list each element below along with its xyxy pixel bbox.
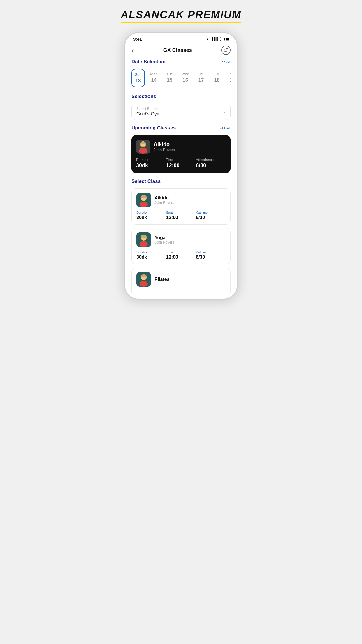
- class-avatar: [136, 232, 151, 247]
- svg-point-9: [140, 241, 148, 247]
- date-number: 19: [230, 77, 231, 83]
- list-stat-col: Duration 30dk: [136, 211, 166, 220]
- date-day-label: Fri: [215, 72, 219, 76]
- status-time: 9:41: [133, 36, 142, 41]
- class-avatar: [136, 272, 151, 287]
- class-name: Pilates: [154, 277, 170, 282]
- list-stat-value: 12:00: [166, 215, 196, 220]
- list-item[interactable]: Yoga John Rovers Duration 30dk Time 12:0…: [131, 228, 231, 264]
- class-info: Yoga John Rovers: [154, 235, 174, 244]
- list-stat-col: Duration 30dk: [136, 251, 166, 260]
- date-day-label: Sun: [135, 72, 141, 77]
- brand-underline: [121, 22, 241, 23]
- class-list-stats: Duration 30dk Saat 12:00 Katılımcı 6/30: [136, 211, 226, 220]
- stat-col: Duration 30dk: [136, 158, 166, 169]
- date-day-label: Wed: [182, 72, 189, 76]
- date-section-header: Date Selection See All: [131, 59, 231, 65]
- date-item[interactable]: Wed 16: [179, 69, 192, 87]
- class-info: Aikido John Rovers: [154, 195, 174, 205]
- list-stat-value: 30dk: [136, 215, 166, 220]
- status-bar: 9:41 ▲ ▐▐▐ ⬡ ▮▮▮: [125, 33, 237, 43]
- list-stat-value: 12:00: [166, 255, 196, 260]
- date-item[interactable]: Sun 13: [131, 69, 145, 87]
- class-list: Aikido John Rovers Duration 30dk Saat 12…: [131, 188, 231, 293]
- nav-bar: ‹ GX Classes ↺: [131, 43, 231, 59]
- date-number: 15: [167, 77, 173, 83]
- upcoming-class-name: Aikido: [154, 141, 175, 148]
- date-item[interactable]: Tue 15: [163, 69, 176, 87]
- wifi-icon: ⬡: [219, 37, 222, 41]
- date-see-all[interactable]: See All: [219, 60, 231, 64]
- date-number: 17: [198, 77, 204, 83]
- brand-title: ALSANCAK PREMIUM: [121, 9, 241, 21]
- selections-title: Selections: [131, 94, 156, 99]
- date-number: 13: [136, 78, 141, 84]
- phone-frame: 9:41 ▲ ▐▐▐ ⬡ ▮▮▮ ‹ GX Classes ↺ Date Sel…: [124, 32, 238, 300]
- class-name: Aikido: [154, 195, 174, 201]
- list-stat-col: Katılımcı 6/30: [196, 211, 226, 220]
- branch-label: Select Branch: [136, 107, 226, 111]
- branch-dropdown[interactable]: Select Branch Gold's Gym ⌄: [131, 104, 231, 120]
- list-stat-value: 30dk: [136, 255, 166, 260]
- class-list-header: Aikido John Rovers: [136, 193, 226, 207]
- select-class-title: Select Class: [131, 178, 161, 184]
- page-wrapper: ALSANCAK PREMIUM 9:41 ▲ ▐▐▐ ⬡ ▮▮▮ ‹ GX C…: [121, 6, 241, 300]
- date-item[interactable]: Fri 18: [210, 69, 224, 87]
- class-instructor: John Rovers: [154, 201, 174, 205]
- battery-icon: ▮▮▮: [224, 37, 229, 41]
- upcoming-section: Upcoming Classes See All: [131, 125, 231, 173]
- date-day-label: Thu: [198, 72, 204, 76]
- list-item[interactable]: Pilates: [131, 268, 231, 293]
- stat-label: Attendance: [196, 158, 226, 162]
- upcoming-header: Upcoming Classes See All: [131, 125, 231, 131]
- app-content: ‹ GX Classes ↺ Date Selection See All Su…: [125, 43, 237, 299]
- date-day-label: Sat: [230, 72, 231, 76]
- upcoming-avatar: [136, 140, 150, 154]
- class-instructor: John Rovers: [154, 240, 174, 244]
- list-stat-label: Duration: [136, 211, 166, 214]
- list-stat-value: 6/30: [196, 215, 226, 220]
- list-item[interactable]: Aikido John Rovers Duration 30dk Saat 12…: [131, 188, 231, 225]
- history-button[interactable]: ↺: [221, 46, 231, 55]
- branch-value: Gold's Gym: [136, 111, 226, 117]
- back-button[interactable]: ‹: [131, 46, 134, 55]
- date-day-label: Tue: [166, 72, 173, 76]
- date-item[interactable]: Mon 14: [147, 69, 161, 87]
- date-number: 16: [183, 77, 188, 83]
- svg-point-12: [140, 281, 148, 287]
- list-stat-label: Katılımcı: [196, 211, 226, 214]
- list-stat-col: Saat 12:00: [166, 211, 196, 220]
- chevron-down-icon: ⌄: [222, 109, 226, 115]
- signal-bars: ▐▐▐: [211, 37, 217, 41]
- svg-point-6: [140, 202, 148, 207]
- upcoming-see-all[interactable]: See All: [219, 126, 231, 130]
- list-stat-label: Katılımcı: [196, 251, 226, 254]
- class-info: Pilates: [154, 277, 170, 282]
- date-number: 14: [151, 77, 157, 83]
- upcoming-class-card[interactable]: Aikido John Rovers Duration 30dk Time 12…: [131, 135, 231, 173]
- nav-title: GX Classes: [163, 47, 192, 53]
- date-item[interactable]: Sat 19: [226, 69, 231, 87]
- selections-section: Selections Select Branch Gold's Gym ⌄: [131, 94, 231, 120]
- date-section-title: Date Selection: [131, 59, 166, 65]
- date-item[interactable]: Thu 17: [194, 69, 208, 87]
- class-list-stats: Duration 30dk Time 12:00 Katılımcı 6/30: [136, 251, 226, 260]
- stat-col: Attendance 6/30: [196, 158, 226, 169]
- stat-value: 6/30: [196, 162, 226, 169]
- select-class-header: Select Class: [131, 178, 231, 184]
- list-stat-label: Duration: [136, 251, 166, 254]
- upcoming-card-info: Aikido John Rovers: [154, 141, 175, 152]
- svg-point-2: [139, 148, 147, 154]
- stat-label: Time: [166, 158, 196, 162]
- list-stat-label: Time: [166, 251, 196, 254]
- class-avatar: [136, 193, 151, 207]
- list-stat-col: Time 12:00: [166, 251, 196, 260]
- selections-header: Selections: [131, 94, 231, 99]
- upcoming-stats: Duration 30dk Time 12:00 Attendance 6/30: [136, 158, 226, 169]
- class-name: Yoga: [154, 235, 174, 240]
- list-stat-col: Katılımcı 6/30: [196, 251, 226, 260]
- class-list-header: Yoga John Rovers: [136, 232, 226, 247]
- list-stat-value: 6/30: [196, 255, 226, 260]
- upcoming-card-header: Aikido John Rovers: [136, 140, 226, 154]
- upcoming-class-instructor: John Rovers: [154, 148, 175, 152]
